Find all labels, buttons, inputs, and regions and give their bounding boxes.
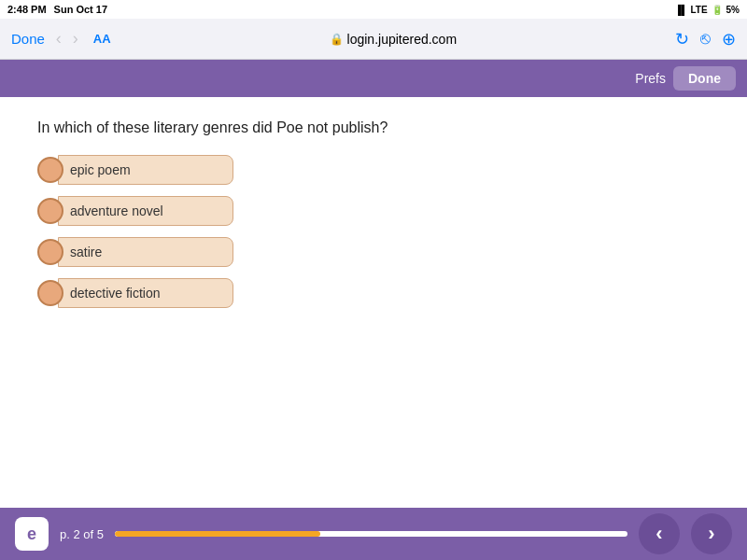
battery-percent: 5% xyxy=(726,5,740,15)
previous-button[interactable]: ‹ xyxy=(639,513,680,554)
time: 2:48 PM xyxy=(7,4,47,15)
question-text: In which of these literary genres did Po… xyxy=(37,119,710,136)
status-bar: 2:48 PM Sun Oct 17 ▐▌ LTE 🔋 5% xyxy=(0,0,747,19)
answer-option-2[interactable]: adventure novel xyxy=(37,196,233,226)
back-button[interactable]: ‹ xyxy=(52,29,65,49)
share-button[interactable]: ⎋ xyxy=(700,29,711,49)
answer-option-3[interactable]: satire xyxy=(37,237,233,267)
lock-icon: 🔒 xyxy=(330,33,344,46)
answer-option-4[interactable]: detective fiction xyxy=(37,278,233,308)
browser-actions: ↻ ⎋ ⊕ xyxy=(675,29,736,49)
radio-circle-4 xyxy=(37,280,63,306)
radio-circle-1 xyxy=(37,157,63,183)
option-label-3: satire xyxy=(58,237,233,267)
url-text: login.jupitered.com xyxy=(347,32,458,47)
radio-circle-3 xyxy=(37,239,63,265)
url-bar: 🔒 login.jupitered.com xyxy=(119,32,668,47)
toolbar-done-button[interactable]: Done xyxy=(673,66,736,91)
reload-button[interactable]: ↻ xyxy=(675,29,689,49)
nav-buttons: ‹ › xyxy=(52,29,82,49)
progress-fill xyxy=(115,531,320,537)
browser-done-button[interactable]: Done xyxy=(11,31,45,47)
browser-bar: Done ‹ › AA 🔒 login.jupitered.com ↻ ⎋ ⊕ xyxy=(0,19,747,60)
page-indicator: p. 2 of 5 xyxy=(60,527,104,541)
answer-option-1[interactable]: epic poem xyxy=(37,155,233,185)
option-label-2: adventure novel xyxy=(58,196,233,226)
next-button[interactable]: › xyxy=(691,513,732,554)
radio-circle-2 xyxy=(37,198,63,224)
bookmarks-button[interactable]: ⊕ xyxy=(722,29,736,49)
options-container: epic poemadventure novelsatiredetective … xyxy=(37,155,710,308)
forward-button[interactable]: › xyxy=(69,29,82,49)
bottom-bar: e p. 2 of 5 ‹ › xyxy=(0,508,747,560)
option-label-4: detective fiction xyxy=(58,278,233,308)
status-left: 2:48 PM Sun Oct 17 xyxy=(7,4,107,15)
purple-toolbar: Prefs Done xyxy=(0,60,747,97)
status-right: ▐▌ LTE 🔋 5% xyxy=(674,5,740,15)
progress-bar xyxy=(115,531,627,537)
reader-mode-button[interactable]: AA xyxy=(93,32,111,46)
date: Sun Oct 17 xyxy=(54,4,107,15)
option-label-1: epic poem xyxy=(58,155,233,185)
prefs-button[interactable]: Prefs xyxy=(635,71,666,86)
app-logo: e xyxy=(15,517,49,551)
battery-icon: 🔋 xyxy=(712,5,723,15)
main-content: In which of these literary genres did Po… xyxy=(0,97,747,342)
signal-icon: ▐▌ LTE xyxy=(674,5,707,15)
